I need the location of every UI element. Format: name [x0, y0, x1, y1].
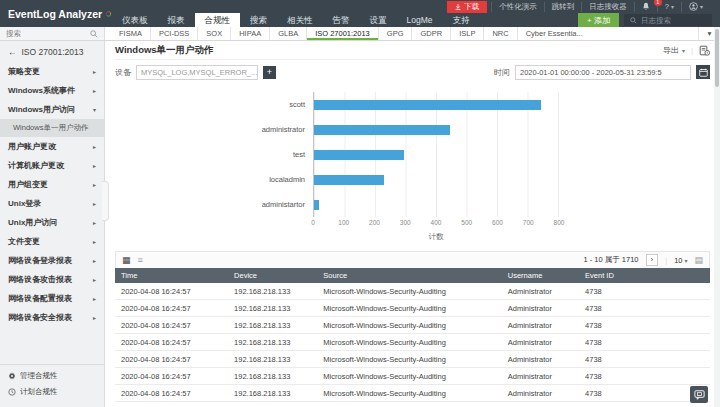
sidebar-search-input[interactable]: [6, 29, 86, 38]
tab-fisma[interactable]: FISMA: [111, 27, 150, 40]
tab-cyber-essentia[interactable]: Cyber Essentia...: [517, 27, 591, 40]
sidebar-item-file-changes[interactable]: 文件变更▸: [0, 232, 104, 251]
list-view-icon[interactable]: ≡: [138, 256, 143, 265]
cell-username: Administrator: [502, 283, 579, 300]
cell-device: 192.168.218.133: [228, 317, 317, 334]
sidebar-item-network-device-logon-reports[interactable]: 网络设备登录报表▸: [0, 251, 104, 270]
main-content: Windows单一用户动作 导出 ▾ | 设备 MYSQL_LOG,MYSQL_…: [105, 41, 720, 407]
tab-gpg[interactable]: GPG: [378, 27, 412, 40]
sidebar-item-network-device-config-reports[interactable]: 网络设备配置报表▸: [0, 289, 104, 308]
manage-compliance-link[interactable]: 管理合规性: [8, 371, 96, 381]
menu-item-settings[interactable]: 设置: [360, 13, 397, 27]
column-header-username[interactable]: Username: [502, 268, 579, 283]
clock-icon: [8, 388, 16, 396]
table-row[interactable]: 2020-04-08 16:24:57192.168.218.133Micros…: [115, 385, 710, 402]
table-header-row: TimeDeviceSourceUsernameEvent ID: [115, 268, 710, 283]
jump-to-link[interactable]: 跳转到: [544, 2, 582, 12]
sidebar-item-user-group-changes[interactable]: 用户组变更▸: [0, 175, 104, 194]
log-receiver-link[interactable]: 日志接收器: [581, 2, 634, 12]
add-button[interactable]: + 添加: [578, 13, 619, 27]
chart-bar[interactable]: [314, 200, 319, 210]
user-menu[interactable]: ▾: [681, 2, 710, 12]
menu-item-support[interactable]: 支持: [443, 13, 480, 27]
sidebar-item-windows-system-events[interactable]: Windows系统事件▸: [0, 81, 104, 100]
tab-islp[interactable]: ISLP: [450, 27, 483, 40]
schedule-compliance-link[interactable]: 计划合规性: [8, 387, 96, 397]
scrollbar-thumb[interactable]: [715, 29, 719, 87]
chart-bar[interactable]: [314, 100, 541, 110]
sidebar-item-windows-user-access[interactable]: Windows用户访问▾: [0, 100, 104, 119]
calendar-icon[interactable]: [696, 65, 710, 79]
tab-iso-27001-2013[interactable]: ISO 27001:2013: [306, 27, 378, 40]
device-input[interactable]: MYSQL_LOG,MYSQL_ERROR_...: [136, 65, 258, 80]
tab-gdpr[interactable]: GDPR: [411, 27, 450, 40]
table-row[interactable]: 2020-04-08 16:24:57192.168.218.133Micros…: [115, 368, 710, 385]
menu-item-correlation[interactable]: 相关性: [277, 13, 323, 27]
column-settings-icon[interactable]: ▤: [694, 256, 703, 265]
divider: |: [691, 46, 693, 55]
chart-bar[interactable]: [314, 175, 384, 185]
page-size-dropdown[interactable]: 10 ▾: [674, 256, 687, 265]
grid-view-icon[interactable]: ▦: [122, 256, 131, 265]
table-row[interactable]: 2020-04-08 16:24:57192.168.218.133Micros…: [115, 334, 710, 351]
x-tick-label: 0: [311, 219, 315, 226]
sidebar-back[interactable]: ← ISO 27001:2013: [0, 41, 104, 62]
menu-item-alerts[interactable]: 告警: [323, 13, 360, 27]
notification-bell-icon[interactable]: 1: [634, 2, 657, 12]
sidebar-item-unix-logon[interactable]: Unix登录▸: [0, 194, 104, 213]
menu-item-logme[interactable]: LogMe: [397, 13, 443, 27]
menu-item-reports[interactable]: 报表: [158, 13, 195, 27]
tab-nrc[interactable]: NRC: [483, 27, 516, 40]
chat-button[interactable]: [690, 386, 708, 403]
table-row[interactable]: 2020-04-08 16:24:57192.168.218.133Micros…: [115, 300, 710, 317]
chevron-down-icon: ▾: [671, 3, 674, 10]
chart-category-label: scott: [225, 92, 313, 117]
table-row[interactable]: 2020-04-08 16:24:57192.168.218.133Micros…: [115, 402, 710, 407]
add-device-button[interactable]: +: [263, 66, 276, 79]
column-header-source[interactable]: Source: [317, 268, 501, 283]
schedule-report-icon[interactable]: [699, 45, 710, 56]
tab-pci-dss[interactable]: PCI-DSS: [150, 27, 197, 40]
page-scrollbar[interactable]: [714, 27, 720, 407]
export-dropdown[interactable]: 导出 ▾: [663, 45, 685, 56]
table-row[interactable]: 2020-04-08 16:24:57192.168.218.133Micros…: [115, 317, 710, 334]
column-header-event-id[interactable]: Event ID: [579, 268, 710, 283]
body-row: ← ISO 27001:2013 策略变更▸Windows系统事件▸Window…: [0, 41, 720, 407]
chart-bar[interactable]: [314, 125, 450, 135]
sidebar-item-network-device-attack-reports[interactable]: 网络设备攻击报表▸: [0, 270, 104, 289]
log-search-input[interactable]: [641, 16, 705, 25]
sidebar-collapse-handle[interactable]: [102, 181, 109, 221]
next-page-button[interactable]: ›: [646, 254, 659, 266]
tab-sox[interactable]: SOX: [197, 27, 230, 40]
sidebar-items: 策略变更▸Windows系统事件▸Windows用户访问▾Windows单一用户…: [0, 62, 104, 327]
menu-item-compliance[interactable]: 合规性: [195, 13, 241, 27]
sidebar-item-unix-user-access[interactable]: Unix用户访问▸: [0, 213, 104, 232]
sidebar-item-network-device-security-reports[interactable]: 网络设备安全报表▸: [0, 308, 104, 327]
sidebar-item-computer-account-changes[interactable]: 计算机账户更改▸: [0, 156, 104, 175]
personal-demo-link[interactable]: 个性化演示: [491, 2, 544, 12]
time-range-input[interactable]: 2020-01-01 00:00:00 - 2020-05-31 23:59:5: [515, 65, 691, 80]
chart-bar[interactable]: [314, 150, 404, 160]
cell-device: 192.168.218.133: [228, 351, 317, 368]
download-button[interactable]: 下载: [447, 1, 487, 13]
chart-y-labels: scottadministratortestlocaladminadminist…: [225, 92, 313, 242]
menu-item-dashboard[interactable]: 仪表板: [112, 13, 158, 27]
sidebar-subitem-windows-single-user-action[interactable]: Windows单一用户动作: [0, 119, 104, 137]
chart-category-label: test: [225, 142, 313, 167]
app-logo[interactable]: EventLog Analyzer: [0, 0, 112, 27]
sidebar-item-policy-changes[interactable]: 策略变更▸: [0, 62, 104, 81]
back-arrow-icon: ←: [8, 47, 17, 57]
tab-glba[interactable]: GLBA: [269, 27, 306, 40]
table-row[interactable]: 2020-04-08 16:24:57192.168.218.133Micros…: [115, 351, 710, 368]
chevron-right-icon: ▸: [93, 295, 96, 302]
menu-item-search[interactable]: 搜索: [240, 13, 277, 27]
table-row[interactable]: 2020-04-08 16:24:57192.168.218.133Micros…: [115, 283, 710, 300]
column-header-time[interactable]: Time: [115, 268, 228, 283]
sidebar-item-user-account-changes[interactable]: 用户账户更改▸: [0, 137, 104, 156]
column-header-device[interactable]: Device: [228, 268, 317, 283]
tab-hipaa[interactable]: HIPAA: [230, 27, 269, 40]
chevron-right-icon: ▸: [93, 162, 96, 169]
chart-bar-row: [314, 142, 558, 167]
sidebar-search-box[interactable]: [0, 27, 105, 40]
log-search-box[interactable]: [624, 14, 712, 26]
